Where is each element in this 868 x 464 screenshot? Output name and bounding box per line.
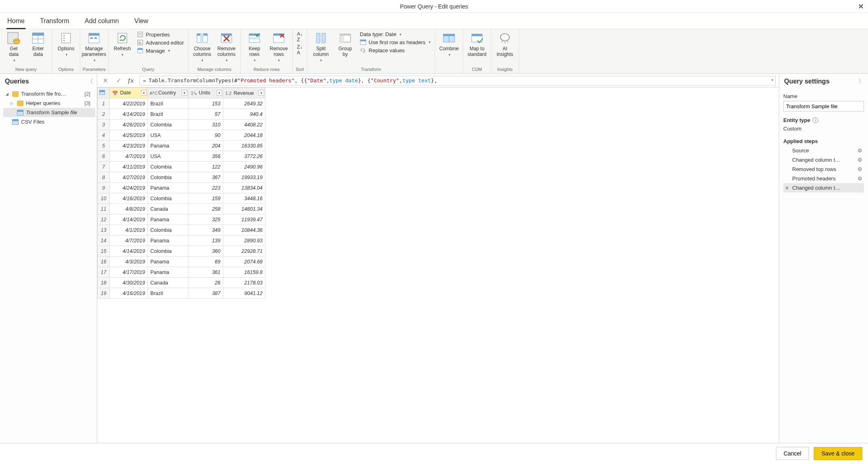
gear-icon[interactable]: ⚙ bbox=[857, 148, 862, 154]
cell-revenue[interactable]: 10844.36 bbox=[223, 225, 265, 235]
replace-values-button[interactable]: 12Replace values bbox=[358, 47, 432, 54]
applied-step[interactable]: Promoted headers⚙ bbox=[783, 174, 864, 183]
get-data-button[interactable]: Getdata ▾ bbox=[2, 31, 25, 63]
cell-country[interactable]: Colombia bbox=[148, 162, 188, 172]
cell-units[interactable]: 159 bbox=[188, 193, 223, 204]
table-row[interactable]: 14/22/2019Brazil1532649.32 bbox=[98, 98, 265, 109]
remove-rows-button[interactable]: Removerows ▾ bbox=[267, 31, 290, 63]
properties-button[interactable]: Properties bbox=[135, 31, 186, 38]
cell-country[interactable]: Colombia bbox=[148, 172, 188, 183]
cell-country[interactable]: Colombia bbox=[148, 193, 188, 204]
cell-date[interactable]: 4/30/2019 bbox=[110, 278, 148, 288]
cell-date[interactable]: 4/23/2019 bbox=[110, 141, 148, 151]
cell-date[interactable]: 4/3/2019 bbox=[110, 257, 148, 267]
cell-units[interactable]: 90 bbox=[188, 130, 223, 141]
cell-units[interactable]: 258 bbox=[188, 204, 223, 214]
cell-units[interactable]: 139 bbox=[188, 235, 223, 246]
cell-country[interactable]: USA bbox=[148, 151, 188, 162]
cell-country[interactable]: Canada bbox=[148, 204, 188, 214]
cell-revenue[interactable]: 19933.19 bbox=[223, 172, 265, 183]
gear-icon[interactable]: ⚙ bbox=[857, 166, 862, 172]
table-row[interactable]: 54/23/2019Panama20416330.85 bbox=[98, 141, 265, 151]
cell-units[interactable]: 204 bbox=[188, 141, 223, 151]
query-name-input[interactable] bbox=[783, 101, 864, 111]
column-filter-icon[interactable]: ▾ bbox=[216, 90, 222, 96]
cell-revenue[interactable]: 11939.47 bbox=[223, 214, 265, 225]
cell-revenue[interactable]: 2044.18 bbox=[223, 130, 265, 141]
table-row[interactable]: 94/24/2019Panama22313834.04 bbox=[98, 183, 265, 193]
cell-revenue[interactable]: 13834.04 bbox=[223, 183, 265, 193]
cell-country[interactable]: Colombia bbox=[148, 246, 188, 257]
applied-step[interactable]: Changed column t…⚙ bbox=[783, 155, 864, 165]
data-type-date-button[interactable]: Data type: Date ▾ bbox=[358, 31, 432, 38]
gear-icon[interactable]: ⚙ bbox=[857, 175, 862, 182]
cell-revenue[interactable]: 2178.03 bbox=[223, 278, 265, 288]
applied-step[interactable]: ✕Changed column t… bbox=[783, 183, 864, 192]
cell-country[interactable]: Brazil bbox=[148, 288, 188, 299]
cell-revenue[interactable]: 9041.12 bbox=[223, 288, 265, 299]
cell-country[interactable]: Panama bbox=[148, 257, 188, 267]
cell-revenue[interactable]: 16159.8 bbox=[223, 267, 265, 278]
cell-date[interactable]: 4/17/2019 bbox=[110, 267, 148, 278]
cell-country[interactable]: Panama bbox=[148, 141, 188, 151]
cell-country[interactable]: Colombia bbox=[148, 120, 188, 130]
refresh-button[interactable]: Refresh▾ bbox=[111, 31, 134, 58]
sort-asc-button[interactable]: A↓Z bbox=[295, 31, 304, 43]
gear-icon[interactable]: ⚙ bbox=[857, 157, 862, 163]
table-row[interactable]: 84/27/2019Colombia36719933.19 bbox=[98, 172, 265, 183]
table-row[interactable]: 194/16/2019Brazil3879041.12 bbox=[98, 288, 265, 299]
cell-revenue[interactable]: 3448.16 bbox=[223, 193, 265, 204]
close-icon[interactable]: ✕ bbox=[856, 2, 866, 11]
cell-revenue[interactable]: 16330.85 bbox=[223, 141, 265, 151]
save-close-button[interactable]: Save & close bbox=[814, 447, 862, 460]
cell-units[interactable]: 57 bbox=[188, 109, 223, 120]
info-icon[interactable]: i bbox=[812, 118, 818, 123]
cell-units[interactable]: 361 bbox=[188, 267, 223, 278]
applied-step[interactable]: Source⚙ bbox=[783, 146, 864, 155]
data-grid[interactable]: 📅 Date▾AᴮC Country▾1²₃ Units▾1.2 Revenue… bbox=[97, 88, 779, 443]
cell-units[interactable]: 360 bbox=[188, 246, 223, 257]
cell-country[interactable]: Colombia bbox=[148, 225, 188, 235]
ai-insights-button[interactable]: AIinsights bbox=[494, 31, 516, 58]
cell-country[interactable]: Canada bbox=[148, 278, 188, 288]
cell-units[interactable]: 223 bbox=[188, 183, 223, 193]
keep-rows-button[interactable]: Keeprows ▾ bbox=[243, 31, 266, 63]
column-filter-icon[interactable]: ▾ bbox=[182, 90, 187, 96]
collapse-right-icon[interactable]: 〉 bbox=[858, 78, 864, 85]
cell-country[interactable]: USA bbox=[148, 130, 188, 141]
table-row[interactable]: 74/11/2019Colombia1222490.96 bbox=[98, 162, 265, 172]
table-row[interactable]: 64/7/2019USA3563772.26 bbox=[98, 151, 265, 162]
rownum-header[interactable] bbox=[98, 88, 110, 98]
choose-columns-button[interactable]: Choosecolumns ▾ bbox=[191, 31, 214, 63]
table-row[interactable]: 34/26/2019Colombia3104408.22 bbox=[98, 120, 265, 130]
folder-transform-file-fro-[interactable]: ◢Transform file fro…[2] bbox=[3, 89, 95, 98]
cancel-button[interactable]: Cancel bbox=[776, 447, 809, 460]
cell-date[interactable]: 4/24/2019 bbox=[110, 183, 148, 193]
advanced-editor-button[interactable]: fxAdvanced editor bbox=[135, 39, 186, 46]
table-row[interactable]: 124/14/2019Panama32511939.47 bbox=[98, 214, 265, 225]
map to-standard-button[interactable]: Map tostandard bbox=[466, 31, 488, 58]
manage-button[interactable]: Manage ▾ bbox=[135, 47, 186, 54]
cell-units[interactable]: 310 bbox=[188, 120, 223, 130]
table-row[interactable]: 104/16/2019Colombia1593448.16 bbox=[98, 193, 265, 204]
combine-button[interactable]: Combine ▾ bbox=[438, 31, 460, 58]
tab-view[interactable]: View bbox=[134, 14, 149, 29]
column-filter-icon[interactable]: ▾ bbox=[259, 90, 264, 96]
cell-units[interactable]: 367 bbox=[188, 172, 223, 183]
cell-revenue[interactable]: 2649.32 bbox=[223, 98, 265, 109]
remove-columns-button[interactable]: Removecolumns ▾ bbox=[215, 31, 238, 63]
cell-units[interactable]: 356 bbox=[188, 151, 223, 162]
cell-country[interactable]: Panama bbox=[148, 235, 188, 246]
tab-transform[interactable]: Transform bbox=[39, 14, 70, 29]
use-first-row-as-headers-button[interactable]: Use first row as headers ▾ bbox=[358, 38, 432, 46]
cell-date[interactable]: 4/1/2019 bbox=[110, 225, 148, 235]
folder-helper-queries[interactable]: ▷Helper queries[3] bbox=[3, 98, 95, 108]
cell-revenue[interactable]: 2074.68 bbox=[223, 257, 265, 267]
table-row[interactable]: 134/1/2019Colombia34910844.36 bbox=[98, 225, 265, 235]
cell-revenue[interactable]: 2890.93 bbox=[223, 235, 265, 246]
manage-parameters-button[interactable]: Manageparameters ▾ bbox=[83, 31, 105, 63]
applied-step[interactable]: Removed top rows⚙ bbox=[783, 165, 864, 174]
table-row[interactable]: 184/30/2019Canada262178.03 bbox=[98, 278, 265, 288]
delete-step-icon[interactable]: ✕ bbox=[785, 185, 790, 191]
cell-units[interactable]: 69 bbox=[188, 257, 223, 267]
